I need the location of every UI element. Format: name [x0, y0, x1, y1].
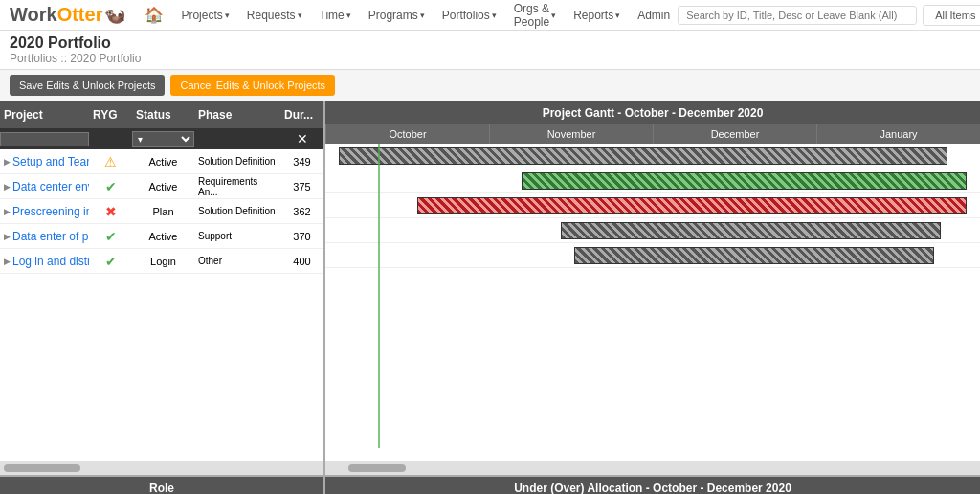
col-status: Status — [132, 108, 194, 122]
ryg-2: ✔ — [89, 179, 132, 194]
nav-reports[interactable]: Reports▾ — [566, 5, 628, 26]
status-5: Login — [132, 256, 194, 267]
save-edits-button[interactable]: Save Edits & Unlock Projects — [10, 75, 165, 96]
page-header: 2020 Portfolio Portfolios :: 2020 Portfo… — [0, 31, 980, 70]
gantt-month-3: January — [816, 124, 980, 144]
ryg-3: ✖ — [89, 204, 132, 219]
col-project: Project — [0, 108, 89, 122]
expand-icon-2[interactable]: ▶ — [4, 182, 11, 191]
right-panel: Project Gantt - October - December 2020 … — [325, 101, 980, 475]
expand-icon-4[interactable]: ▶ — [4, 232, 11, 241]
table-row: ▶ Data enter of pa... ✔ Active Support 3… — [0, 224, 323, 249]
status-warn-icon: ⚠ — [104, 154, 117, 169]
gantt-bar-4[interactable] — [561, 222, 941, 239]
search-input[interactable] — [678, 6, 917, 25]
left-panel: Project RYG Status Phase Dur... ▾ ✕ ▶ — [0, 101, 325, 475]
gantt-month-1: November — [489, 124, 653, 144]
dur-2: 375 — [280, 181, 323, 192]
nav-portfolios[interactable]: Portfolios▾ — [434, 5, 504, 26]
nav-requests[interactable]: Requests▾ — [239, 5, 310, 26]
top-nav: WorkOtter 🦦 🏠 Projects▾ Requests▾ Time▾ … — [0, 0, 980, 31]
project-rows: ▶ Setup and Tear ... ⚠ Active Solution D… — [0, 149, 323, 461]
page-title: 2020 Portfolio — [10, 34, 970, 52]
project-name-3[interactable]: ▶ Prescreening int... — [0, 205, 89, 218]
bottom-right: Under (Over) Allocation - October - Dece… — [325, 477, 980, 494]
cancel-edits-button[interactable]: Cancel Edits & Unlock Projects — [170, 75, 335, 96]
project-name-5[interactable]: ▶ Log in and distri... — [0, 255, 89, 268]
project-filter-input[interactable] — [0, 132, 89, 146]
status-ok-icon-4: ✔ — [105, 229, 117, 244]
gantt-title: Project Gantt - October - December 2020 — [325, 101, 980, 124]
gantt-hscroll-thumb — [348, 464, 406, 472]
gantt-hscroll[interactable] — [325, 461, 980, 475]
gantt-header: Project Gantt - October - December 2020 … — [325, 101, 980, 144]
gantt-month-2: December — [653, 124, 816, 144]
status-ok-icon: ✔ — [105, 179, 117, 194]
nav-admin[interactable]: Admin — [630, 5, 678, 26]
ryg-1: ⚠ — [89, 154, 132, 169]
project-name-2[interactable]: ▶ Data center envi... — [0, 180, 89, 193]
dur-3: 362 — [280, 206, 323, 217]
bottom-left: Role Engineer - Electrical Engineer - In… — [0, 477, 325, 494]
gantt-body — [325, 144, 980, 461]
nav-time[interactable]: Time▾ — [312, 5, 359, 26]
ryg-5: ✔ — [89, 254, 132, 269]
status-2: Active — [132, 181, 194, 192]
expand-icon-3[interactable]: ▶ — [4, 207, 11, 216]
status-1: Active — [132, 156, 194, 168]
phase-4: Support — [194, 231, 280, 241]
logo-otter: Otter — [57, 4, 103, 26]
dur-4: 370 — [280, 231, 323, 242]
gantt-months-row: October November December January — [325, 124, 980, 144]
table-row: ▶ Log in and distri... ✔ Login Other 400 — [0, 249, 323, 274]
clear-filter-icon[interactable]: ✕ — [297, 131, 308, 146]
table-filter-row: ▾ ✕ — [0, 128, 323, 149]
gantt-bar-3[interactable] — [417, 197, 968, 214]
gantt-row-1 — [325, 144, 980, 168]
gantt-bar-2[interactable] — [522, 172, 967, 190]
phase-5: Other — [194, 256, 280, 266]
project-name-4[interactable]: ▶ Data enter of pa... — [0, 230, 89, 243]
project-name-1[interactable]: ▶ Setup and Tear ... — [0, 155, 89, 168]
col-ryg: RYG — [89, 108, 132, 122]
status-4: Active — [132, 231, 194, 242]
nav-orgs[interactable]: Orgs & People▾ — [506, 0, 564, 33]
role-table-header: Role — [0, 477, 323, 494]
gantt-row-3 — [325, 193, 980, 218]
breadcrumb: Portfolios :: 2020 Portfolio — [10, 52, 970, 65]
table-hscroll-thumb — [4, 464, 80, 472]
col-dur: Dur... — [280, 108, 323, 122]
table-header: Project RYG Status Phase Dur... — [0, 101, 323, 128]
phase-3: Solution Definition — [194, 206, 280, 216]
logo-work: Work — [10, 4, 57, 26]
status-3: Plan — [132, 206, 194, 217]
main-content: Project RYG Status Phase Dur... ▾ ✕ ▶ — [0, 101, 980, 475]
table-row: ▶ Prescreening int... ✖ Plan Solution De… — [0, 199, 323, 224]
nav-programs[interactable]: Programs▾ — [361, 5, 433, 26]
status-filter-select[interactable]: ▾ — [132, 131, 194, 147]
nav-right: All Items 🔍 ⚙ 🔔 👤 — [678, 4, 980, 27]
expand-icon-1[interactable]: ▶ — [4, 157, 11, 167]
nav-projects[interactable]: Projects▾ — [173, 5, 236, 26]
logo: WorkOtter 🦦 — [10, 4, 125, 26]
phase-1: Solution Definition — [194, 156, 280, 167]
expand-icon-5[interactable]: ▶ — [4, 257, 11, 266]
gantt-bar-1[interactable] — [339, 147, 947, 165]
dur-1: 349 — [280, 156, 323, 168]
gantt-month-0: October — [325, 124, 489, 144]
gantt-row-4 — [325, 218, 980, 243]
logo-icon: 🦦 — [104, 5, 125, 26]
table-hscroll[interactable] — [0, 461, 323, 475]
gantt-row-5 — [325, 243, 980, 268]
search-filter-select[interactable]: All Items — [923, 5, 980, 26]
col-phase: Phase — [194, 108, 280, 122]
table-row: ▶ Setup and Tear ... ⚠ Active Solution D… — [0, 149, 323, 174]
nav-items: 🏠 Projects▾ Requests▾ Time▾ Programs▾ Po… — [145, 0, 678, 33]
table-row: ▶ Data center envi... ✔ Active Requireme… — [0, 174, 323, 199]
home-icon[interactable]: 🏠 — [145, 6, 164, 24]
gantt-bar-5[interactable] — [574, 247, 934, 264]
today-line — [378, 144, 380, 448]
bottom-section: Role Engineer - Electrical Engineer - In… — [0, 475, 980, 494]
status-err-icon: ✖ — [105, 204, 117, 219]
toolbar: Save Edits & Unlock Projects Cancel Edit… — [0, 70, 980, 101]
